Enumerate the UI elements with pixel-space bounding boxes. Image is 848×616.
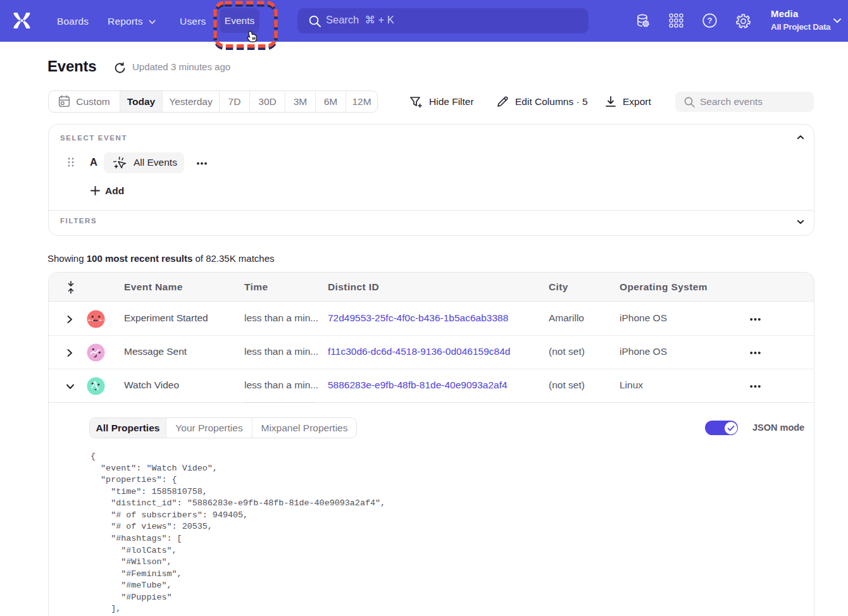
svg-text:?: ? <box>708 16 713 25</box>
